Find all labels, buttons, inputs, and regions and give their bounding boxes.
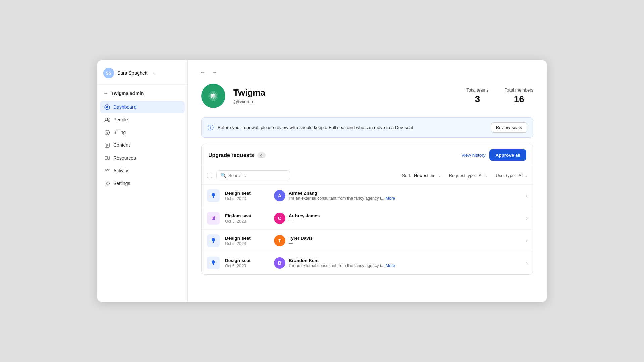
people-icon [104, 117, 110, 123]
user-note: — [289, 241, 293, 246]
sidebar-item-dashboard[interactable]: Dashboard [100, 101, 185, 113]
user-cell: B Brandon Kent I'm an external consultan… [274, 257, 521, 269]
svg-point-4 [106, 118, 108, 120]
back-button[interactable]: ← [198, 68, 207, 77]
content-area: Twigma @twigma Total teams 3 Total membe… [188, 80, 547, 285]
card-actions: View history Approve all [461, 149, 526, 161]
org-name: Twigma [233, 87, 458, 98]
sidebar-item-dashboard-label: Dashboard [113, 104, 137, 110]
review-seats-button[interactable]: Review seats [491, 122, 527, 133]
user-type-label: User type: [496, 173, 516, 178]
org-stats: Total teams 3 Total members 16 [466, 87, 533, 105]
seat-info: Design seat Oct 5, 2023 [225, 258, 269, 268]
user-avatar: A [274, 190, 285, 201]
svg-point-3 [106, 106, 108, 108]
user-avatar: T [274, 235, 285, 246]
card-header: Upgrade requests 4 View history Approve … [202, 144, 533, 166]
dashboard-icon [104, 104, 110, 110]
user-details: Tyler Davis — [289, 236, 521, 246]
info-icon: ⓘ [208, 124, 214, 132]
seat-icon [207, 257, 220, 269]
nav-list: Dashboard People [97, 99, 187, 191]
sidebar-item-settings[interactable]: Settings [100, 177, 185, 189]
forward-button[interactable]: → [210, 68, 219, 77]
seat-info: FigJam seat Oct 5, 2023 [225, 213, 269, 224]
user-type-value: All [519, 173, 523, 178]
sidebar-item-billing[interactable]: $ Billing [100, 126, 185, 138]
seat-type: Design seat [225, 236, 269, 241]
row-arrow-icon: › [526, 238, 528, 244]
view-history-button[interactable]: View history [461, 153, 486, 158]
user-name: Tyler Davis [289, 236, 521, 241]
user-type-select[interactable]: All ⌄ [519, 173, 528, 178]
search-box[interactable]: 🔍 [216, 170, 290, 180]
svg-rect-10 [108, 156, 109, 160]
table-row[interactable]: Design seat Oct 5, 2023 A Aimee Zhang I'… [202, 185, 533, 207]
upgrade-requests-card: Upgrade requests 4 View history Approve … [201, 144, 533, 275]
user-note-container: — [289, 219, 521, 223]
user-avatar: SS [103, 68, 114, 78]
user-cell: T Tyler Davis — [274, 235, 521, 246]
user-type-chevron-icon: ⌄ [525, 173, 528, 178]
sidebar-item-content[interactable]: Content [100, 139, 185, 151]
seat-type: FigJam seat [225, 213, 269, 218]
app-window: SS Sara Spaghetti ⌄ ← Twigma admin Dashb… [97, 60, 547, 302]
table-toolbar: 🔍 Sort: Newest first ⌄ Request type: All [202, 166, 533, 185]
seat-info: Design seat Oct 5, 2023 [225, 191, 269, 201]
seat-type: Design seat [225, 258, 269, 263]
sidebar-item-people[interactable]: People [100, 114, 185, 126]
user-note: I'm an external consultant from the fanc… [289, 263, 395, 268]
select-all-checkbox[interactable] [207, 173, 212, 178]
main-content: ← → Twigma @twigma [188, 60, 547, 302]
table-row[interactable]: FigJam seat Oct 5, 2023 C Aubrey James —… [202, 207, 533, 230]
select-all-checkbox-wrap[interactable] [207, 173, 212, 178]
upgrade-requests-title: Upgrade requests [208, 152, 254, 158]
request-type-value: All [479, 173, 483, 178]
seat-date: Oct 5, 2023 [225, 219, 269, 224]
total-members-stat: Total members 16 [505, 87, 533, 105]
request-rows: Design seat Oct 5, 2023 A Aimee Zhang I'… [202, 185, 533, 274]
seat-type: Design seat [225, 191, 269, 196]
sidebar-item-activity[interactable]: Activity [100, 165, 185, 177]
search-input[interactable] [228, 173, 286, 178]
table-row[interactable]: Design seat Oct 5, 2023 T Tyler Davis — … [202, 230, 533, 252]
more-link[interactable]: More [386, 196, 395, 201]
sidebar-item-settings-label: Settings [113, 181, 130, 186]
user-name-label: Sara Spaghetti [117, 70, 149, 76]
user-name: Aimee Zhang [289, 191, 521, 196]
filters: Sort: Newest first ⌄ Request type: All ⌄… [402, 173, 528, 178]
row-arrow-icon: › [526, 215, 528, 221]
sidebar-user-header[interactable]: SS Sara Spaghetti ⌄ [97, 60, 187, 85]
row-arrow-icon: › [526, 193, 528, 199]
sidebar-item-resources[interactable]: Resources [100, 152, 185, 164]
sidebar-item-activity-label: Activity [113, 168, 128, 173]
request-type-label: Request type: [449, 173, 476, 178]
user-note: — [289, 219, 293, 223]
user-chevron-icon: ⌄ [153, 71, 156, 75]
total-teams-value: 3 [466, 94, 488, 105]
user-note-container: — [289, 241, 521, 246]
settings-icon [104, 180, 110, 186]
activity-icon [104, 168, 110, 174]
sort-chevron-icon: ⌄ [438, 173, 441, 178]
org-logo [201, 84, 225, 108]
request-type-select[interactable]: All ⌄ [479, 173, 488, 178]
approve-all-button[interactable]: Approve all [489, 149, 526, 161]
seat-icon [207, 212, 220, 225]
sidebar-item-people-label: People [113, 117, 128, 122]
user-name: Aubrey James [289, 213, 521, 218]
table-row[interactable]: Design seat Oct 5, 2023 B Brandon Kent I… [202, 252, 533, 274]
svg-point-5 [108, 118, 109, 119]
total-teams-stat: Total teams 3 [466, 87, 488, 105]
seat-date: Oct 5, 2023 [225, 196, 269, 201]
sort-select[interactable]: Newest first ⌄ [414, 173, 441, 178]
more-link[interactable]: More [386, 263, 395, 268]
back-nav-label: Twigma admin [111, 90, 144, 96]
svg-rect-14 [210, 215, 217, 222]
sidebar-item-resources-label: Resources [113, 155, 136, 161]
user-note-container: I'm an external consultant from the fanc… [289, 263, 521, 268]
user-cell: C Aubrey James — [274, 213, 521, 224]
seat-date: Oct 5, 2023 [225, 241, 269, 246]
back-nav-button[interactable]: ← Twigma admin [97, 85, 187, 99]
total-members-value: 16 [505, 94, 533, 105]
